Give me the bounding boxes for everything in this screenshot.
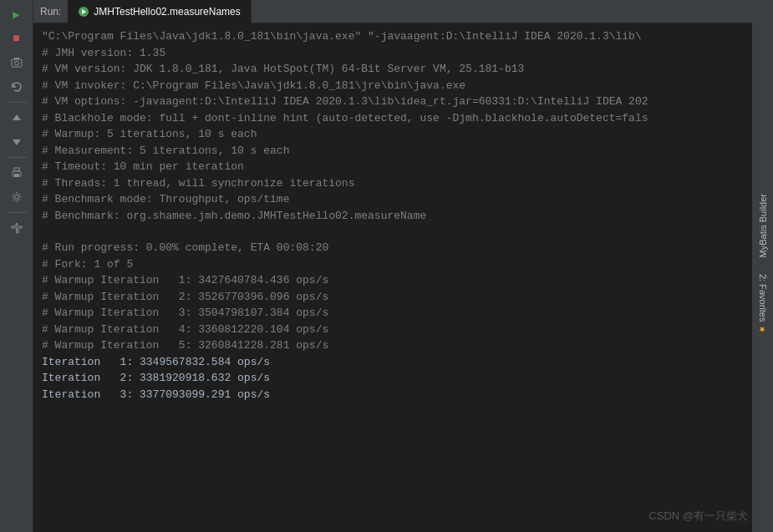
toolbar: ▶ ■ — [0, 0, 33, 532]
separator-2 — [7, 157, 27, 158]
console-line: # Warmup Iteration 5: 3260841228.281 ops… — [42, 337, 744, 354]
run-button[interactable]: ▶ — [5, 3, 28, 25]
pin-button[interactable] — [5, 217, 28, 239]
watermark: CSDN @有一只柴犬 — [648, 509, 748, 524]
rerun-button[interactable] — [5, 76, 28, 98]
console-line: # Warmup Iteration 4: 3360812220.104 ops… — [42, 322, 744, 338]
console-line: # Warmup: 5 iterations, 10 s each — [42, 126, 744, 143]
console-line: # Measurement: 5 iterations, 10 s each — [42, 143, 744, 160]
run-label: Run: — [33, 6, 68, 18]
svg-rect-8 — [14, 174, 19, 177]
console-line: # Run progress: 0.00% complete, ETA 00:0… — [42, 240, 744, 256]
tab-bar: Run: JMHTestHello02.measureNames — [33, 0, 752, 23]
console-line: # Warmup Iteration 1: 3427640784.436 ops… — [42, 272, 744, 289]
console-line: # Warmup Iteration 3: 3504798107.384 ops… — [42, 305, 744, 322]
svg-marker-3 — [13, 84, 15, 87]
scroll-down-button[interactable] — [5, 131, 28, 153]
console-line: # Blackhole mode: full + dont-inline hin… — [42, 110, 744, 127]
console-line: "C:\Program Files\Java\jdk1.8.0_181\bin\… — [42, 28, 744, 45]
console-line: # Threads: 1 thread, will synchronize it… — [42, 175, 744, 192]
svg-rect-2 — [14, 58, 19, 59]
settings-button[interactable] — [5, 186, 28, 208]
stop-button[interactable]: ■ — [5, 28, 28, 49]
tab-label: JMHTestHello02.measureNames — [94, 6, 240, 18]
console-line: Iteration 2: 3381920918.632 ops/s — [42, 370, 744, 387]
console-line: # VM options: -javaagent:D:\IntelliJ IDE… — [42, 94, 744, 110]
console-line: # VM invoker: C:\Program Files\Java\jdk1… — [42, 78, 744, 94]
svg-point-9 — [14, 195, 18, 200]
console-line: # Benchmark mode: Throughput, ops/time — [42, 191, 744, 208]
console-line: # Timeout: 10 min per iteration — [42, 159, 744, 175]
console-line: # JMH version: 1.35 — [42, 45, 744, 62]
svg-marker-5 — [13, 139, 21, 145]
sidebar-item-favorites[interactable]: 2: Favorites — [758, 274, 768, 322]
console-line: # Benchmark: org.shamee.jmh.demo.JMHTest… — [42, 208, 744, 225]
separator-3 — [7, 212, 27, 213]
console-line: Iteration 3: 3377093099.291 ops/s — [42, 387, 744, 403]
svg-point-1 — [14, 61, 18, 65]
console-line: # VM version: JDK 1.8.0_181, Java HotSpo… — [42, 61, 744, 78]
print-button[interactable] — [5, 162, 28, 184]
camera-button[interactable] — [5, 52, 28, 73]
console-line: # Fork: 1 of 5 — [42, 256, 744, 273]
scroll-up-button[interactable] — [5, 107, 28, 129]
sidebar-item-mybatis[interactable]: MyBatis Builder — [758, 194, 768, 257]
console-line-empty — [42, 224, 744, 240]
console-line: # Warmup Iteration 2: 3526770396.096 ops… — [42, 289, 744, 306]
main-area: Run: JMHTestHello02.measureNames "C:\Pro… — [33, 0, 752, 532]
console-line: Iteration 1: 3349567832.584 ops/s — [42, 354, 744, 371]
right-sidebar: MyBatis Builder ★ 2: Favorites — [752, 0, 773, 532]
console-output[interactable]: "C:\Program Files\Java\jdk1.8.0_181\bin\… — [33, 23, 752, 532]
svg-marker-4 — [13, 114, 21, 120]
svg-rect-7 — [14, 168, 19, 171]
separator-1 — [7, 102, 27, 103]
active-tab[interactable]: JMHTestHello02.measureNames — [68, 0, 251, 23]
svg-rect-0 — [12, 59, 22, 67]
